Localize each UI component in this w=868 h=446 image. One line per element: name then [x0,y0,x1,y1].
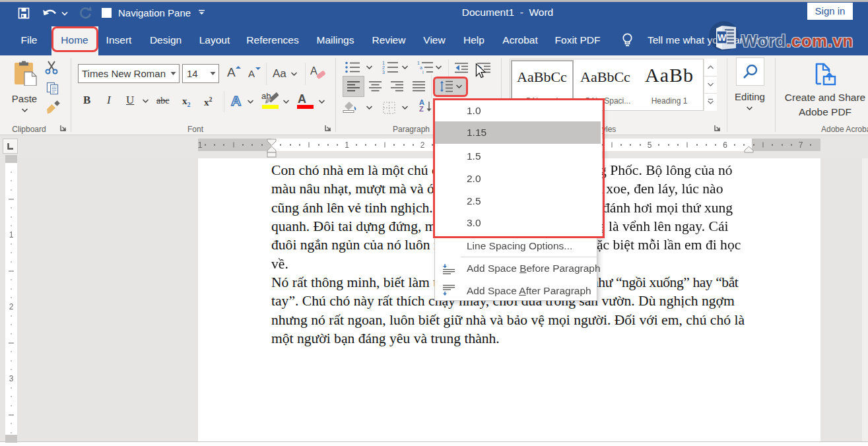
svg-text:2: 2 [382,65,385,70]
svg-text:3: 3 [382,70,385,75]
svg-text:a: a [420,65,422,70]
svg-text:i: i [422,70,424,75]
svg-text:1: 1 [417,61,420,65]
svg-text:W: W [718,32,727,43]
svg-text:1: 1 [382,61,385,65]
